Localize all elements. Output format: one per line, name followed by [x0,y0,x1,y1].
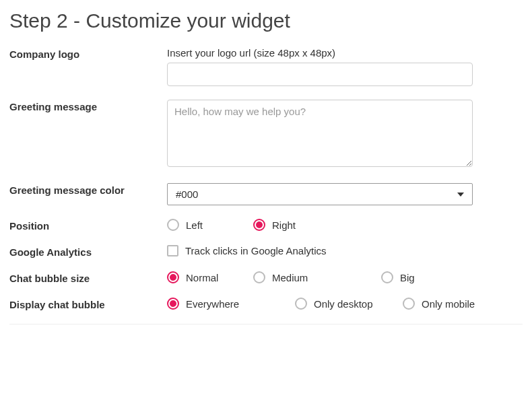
radio-label: Left [186,219,203,231]
radio-icon [167,271,179,283]
label-ga: Google Analytics [9,245,167,258]
input-greeting[interactable] [167,100,473,167]
radio-icon [167,298,179,310]
radio-label: Normal [186,272,218,283]
input-company-logo[interactable] [167,63,473,86]
radio-label: Everywhere [186,298,239,310]
row-ga: Google Analytics Track clicks in Google … [9,245,523,258]
row-company-logo: Company logo Insert your logo url (size … [9,47,523,86]
row-greeting: Greeting message [9,100,523,170]
select-greeting-color[interactable]: #000 [167,183,473,205]
checkbox-icon [167,245,178,256]
radio-label: Big [400,272,415,283]
radio-display-everywhere[interactable]: Everywhere [167,298,295,310]
radio-icon [295,298,307,310]
radio-label: Right [272,219,296,231]
radio-label: Medium [272,272,308,283]
help-company-logo: Insert your logo url (size 48px x 48px) [167,47,473,59]
label-bubble-size: Chat bubble size [9,271,167,284]
select-greeting-color-value: #000 [176,188,198,200]
checkbox-ga[interactable]: Track clicks in Google Analytics [167,245,473,256]
label-position: Position [9,219,167,232]
radio-position-left[interactable]: Left [167,219,253,231]
radio-icon [403,298,415,310]
radio-position-right[interactable]: Right [253,219,339,231]
label-display: Display chat bubble [9,298,167,310]
label-greeting: Greeting message [9,100,167,112]
row-position: Position Left Right [9,219,523,232]
radio-label: Only desktop [314,298,373,310]
radio-icon [253,271,265,283]
chevron-down-icon [457,193,464,197]
page-title: Step 2 - Customize your widget [9,9,523,32]
row-bubble-size: Chat bubble size Normal Medium Big [9,271,523,284]
radio-size-medium[interactable]: Medium [253,271,381,283]
row-greeting-color: Greeting message color #000 [9,183,523,205]
radio-icon [253,219,265,231]
radio-label: Only mobile [422,298,475,310]
radio-icon [381,271,393,283]
label-greeting-color: Greeting message color [9,183,167,196]
radio-size-normal[interactable]: Normal [167,271,253,283]
checkbox-label: Track clicks in Google Analytics [185,245,327,256]
radio-size-big[interactable]: Big [381,271,467,283]
divider [9,324,523,324]
label-company-logo: Company logo [9,47,167,60]
row-display: Display chat bubble Everywhere Only desk… [9,298,523,310]
radio-display-mobile[interactable]: Only mobile [403,298,489,310]
radio-display-desktop[interactable]: Only desktop [295,298,403,310]
radio-icon [167,219,179,231]
